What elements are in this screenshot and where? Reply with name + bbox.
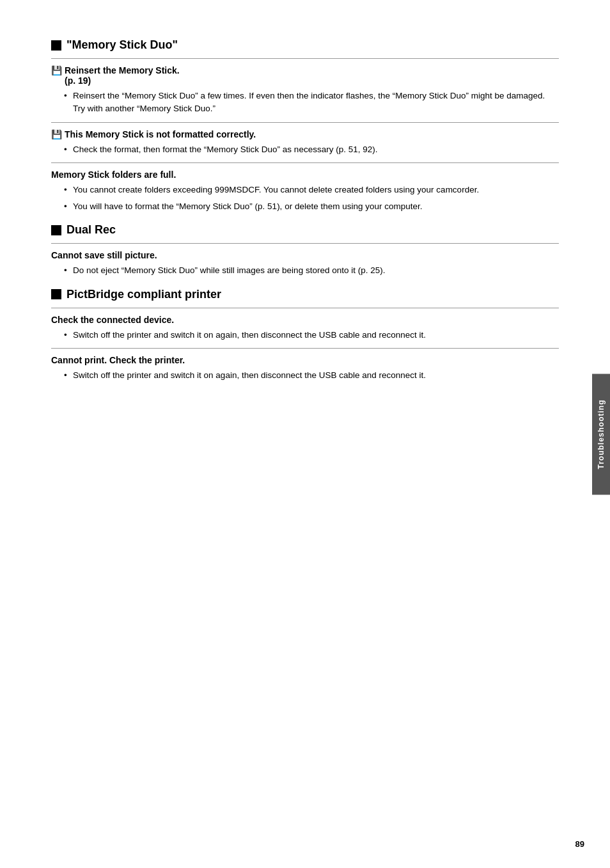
memory-stick-icon-format: 💾 <box>51 129 62 139</box>
section-memory-stick-duo: "Memory Stick Duo" 💾 Reinsert the Memory… <box>51 38 559 213</box>
subsection-title-check-connected: Check the connected device. <box>51 315 559 325</box>
folders-full-bullets: You cannot create folders exceeding 999M… <box>51 184 559 214</box>
section-title-memory-stick-duo: "Memory Stick Duo" <box>66 38 178 52</box>
reinsert-bullet-1: Reinsert the “Memory Stick Duo” a few ti… <box>64 90 559 116</box>
divider <box>51 243 559 244</box>
divider <box>51 58 559 59</box>
subsection-reinsert: 💾 Reinsert the Memory Stick. (p. 19) Rei… <box>51 65 559 123</box>
memory-stick-icon-reinsert: 💾 <box>51 65 62 75</box>
check-connected-bullets: Switch off the printer and switch it on … <box>51 329 559 342</box>
subsection-title-cannot-print: Cannot print. Check the printer. <box>51 355 559 365</box>
subsection-cannot-print: Cannot print. Check the printer. Switch … <box>51 355 559 382</box>
cannot-save-bullets: Do not eject “Memory Stick Duo” while st… <box>51 264 559 277</box>
subsection-cannot-save: Cannot save still picture. Do not eject … <box>51 250 559 277</box>
page-container: "Memory Stick Duo" 💾 Reinsert the Memory… <box>0 0 610 868</box>
cannot-print-title: Cannot print. Check the printer. <box>51 355 185 365</box>
divider <box>51 348 559 349</box>
section-dual-rec: Dual Rec Cannot save still picture. Do n… <box>51 223 559 277</box>
check-connected-title: Check the connected device. <box>51 315 174 325</box>
subsection-check-connected: Check the connected device. Switch off t… <box>51 315 559 349</box>
section-header-memory-stick-duo: "Memory Stick Duo" <box>51 38 559 52</box>
folders-full-bullet-1: You cannot create folders exceeding 999M… <box>64 184 559 196</box>
section-header-dual-rec: Dual Rec <box>51 223 559 237</box>
subsection-title-cannot-save: Cannot save still picture. <box>51 250 559 260</box>
section-title-dual-rec: Dual Rec <box>66 223 116 237</box>
check-connected-bullet-1: Switch off the printer and switch it on … <box>64 329 559 342</box>
page-number: 89 <box>575 839 584 849</box>
subsection-title-not-formatted: 💾 This Memory Stick is not formatted cor… <box>51 129 559 139</box>
folders-full-bullet-2: You will have to format the “Memory Stic… <box>64 200 559 213</box>
folders-full-title: Memory Stick folders are full. <box>51 170 176 180</box>
reinsert-title-line2: (p. 19) <box>65 75 91 86</box>
pictbridge-bullet-icon <box>51 289 61 299</box>
divider <box>51 122 559 123</box>
reinsert-bullets: Reinsert the “Memory Stick Duo” a few ti… <box>51 90 559 116</box>
subsection-not-formatted: 💾 This Memory Stick is not formatted cor… <box>51 129 559 163</box>
subsection-folders-full: Memory Stick folders are full. You canno… <box>51 170 559 214</box>
not-formatted-bullets: Check the format, then format the “Memor… <box>51 143 559 156</box>
subsection-title-folders-full: Memory Stick folders are full. <box>51 170 559 180</box>
side-tab-label: Troubleshooting <box>597 399 606 469</box>
cannot-print-bullets: Switch off the printer and switch it on … <box>51 369 559 382</box>
cannot-save-bullet-1: Do not eject “Memory Stick Duo” while st… <box>64 264 559 277</box>
cannot-print-bullet-1: Switch off the printer and switch it on … <box>64 369 559 382</box>
divider <box>51 162 559 163</box>
section-header-pictbridge: PictBridge compliant printer <box>51 288 559 301</box>
cannot-save-title: Cannot save still picture. <box>51 250 157 260</box>
dual-rec-bullet-icon <box>51 225 61 235</box>
divider <box>51 308 559 308</box>
section-title-pictbridge: PictBridge compliant printer <box>66 288 221 301</box>
reinsert-title-line1: Reinsert the Memory Stick. <box>65 65 180 75</box>
subsection-title-reinsert: 💾 Reinsert the Memory Stick. (p. 19) <box>51 65 559 86</box>
not-formatted-title: This Memory Stick is not formatted corre… <box>65 129 256 139</box>
section-bullet-icon <box>51 40 61 51</box>
side-tab: Troubleshooting <box>592 374 610 494</box>
not-formatted-bullet-1: Check the format, then format the “Memor… <box>64 143 559 156</box>
section-pictbridge: PictBridge compliant printer Check the c… <box>51 288 559 383</box>
